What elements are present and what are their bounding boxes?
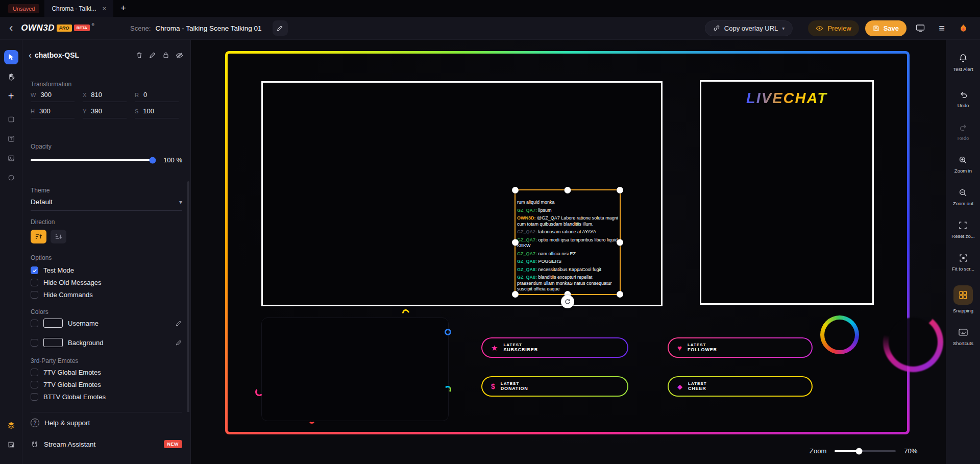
- trash-icon: [136, 52, 143, 59]
- opacity-slider[interactable]: [31, 159, 153, 161]
- latest-follower-widget[interactable]: ♥ LATESTFOLLOWER: [668, 337, 813, 358]
- theme-select[interactable]: Default ▾: [31, 198, 182, 211]
- undo-button[interactable]: Undo: [958, 89, 969, 108]
- rotate-handle[interactable]: [561, 295, 574, 308]
- notifications-button[interactable]: [955, 24, 971, 33]
- direction-bottom-button[interactable]: [51, 230, 66, 243]
- shortcuts-button[interactable]: Shortcuts: [953, 327, 973, 346]
- checkbox-checked[interactable]: [31, 266, 38, 274]
- menu-button[interactable]: ≡: [934, 22, 949, 34]
- stream-assistant-link[interactable]: Stream Assistant NEW: [31, 433, 182, 455]
- x-field[interactable]: X810: [83, 91, 127, 102]
- fit-to-screen-button[interactable]: Fit to scr...: [952, 253, 974, 272]
- preview-label: Preview: [827, 25, 851, 32]
- checkbox-unchecked[interactable]: [31, 339, 38, 347]
- checkbox-unchecked[interactable]: [31, 369, 38, 376]
- username-color-swatch[interactable]: [43, 319, 63, 328]
- snapping-button[interactable]: Snapping: [953, 285, 973, 313]
- new-badge: NEW: [164, 440, 183, 448]
- edit-background-color-button[interactable]: [176, 339, 182, 346]
- redo-button[interactable]: Redo: [958, 122, 969, 141]
- copy-overlay-url-button[interactable]: Copy overlay URL ▾: [705, 20, 793, 36]
- eye-icon: [816, 25, 823, 32]
- zoom-slider-knob[interactable]: [856, 448, 863, 454]
- text-element-button[interactable]: [4, 132, 18, 146]
- chatbox-element-selected[interactable]: rum aliquid monka GZ_QA7: lipsum OWN3D: …: [514, 189, 621, 295]
- add-element-button[interactable]: +: [4, 89, 18, 103]
- zoom-in-button[interactable]: Zoom in: [954, 155, 972, 174]
- checkbox-unchecked[interactable]: [31, 393, 38, 401]
- opacity-slider-knob[interactable]: [150, 157, 156, 163]
- screen-share-button[interactable]: [913, 23, 928, 33]
- checkbox-unchecked[interactable]: [31, 381, 38, 388]
- edit-scene-button[interactable]: [273, 20, 288, 36]
- save-button[interactable]: Save: [865, 20, 906, 36]
- record-element-button[interactable]: [4, 170, 18, 185]
- panel-back-button[interactable]: ‹: [29, 50, 32, 61]
- preview-button[interactable]: Preview: [808, 20, 859, 36]
- selection-handle-bottom-left[interactable]: [512, 291, 519, 298]
- background-color-swatch[interactable]: [43, 338, 63, 347]
- height-field[interactable]: H300: [31, 107, 75, 118]
- delete-element-button[interactable]: [136, 52, 143, 59]
- latest-donation-widget[interactable]: $ LATESTDONATION: [481, 376, 628, 397]
- element-actions: [136, 52, 183, 59]
- lock-element-button[interactable]: [162, 52, 169, 59]
- selection-handle-bottom-right[interactable]: [617, 291, 623, 298]
- edit-username-color-button[interactable]: [176, 320, 182, 327]
- test-alert-button[interactable]: Test Alert: [953, 53, 973, 72]
- image-element-button[interactable]: [4, 151, 18, 165]
- zoom-slider[interactable]: [835, 450, 896, 452]
- pencil-icon: [176, 339, 182, 346]
- sort-down-icon: [55, 233, 62, 240]
- option-hide-commands[interactable]: Hide Commands: [31, 291, 182, 299]
- emote-bttv-global[interactable]: BTTV Global Emotes: [31, 393, 182, 401]
- latest-cheer-widget[interactable]: ◆ LATESTCHEER: [668, 376, 813, 397]
- latest-subscriber-widget[interactable]: ★ LATESTSUBSCRIBER: [481, 337, 628, 358]
- reset-zoom-button[interactable]: Reset zo...: [951, 220, 974, 239]
- help-icon: ?: [31, 419, 39, 427]
- emote-7tv-global-1[interactable]: 7TV Global Emotes: [31, 369, 182, 376]
- y-field[interactable]: Y390: [83, 107, 127, 118]
- width-field[interactable]: W300: [31, 91, 75, 102]
- selection-handle-top-left[interactable]: [512, 187, 519, 193]
- selection-handle-middle-right[interactable]: [617, 239, 623, 246]
- help-support-link[interactable]: ? Help & support: [31, 412, 182, 433]
- back-button[interactable]: ‹: [9, 22, 13, 34]
- scene-tab[interactable]: Chroma - Talki... ×: [44, 0, 113, 17]
- secondary-cam-element[interactable]: [261, 318, 449, 421]
- checkbox-unchecked[interactable]: [31, 320, 38, 327]
- pencil-icon: [176, 320, 182, 327]
- close-tab-icon[interactable]: ×: [103, 5, 107, 12]
- zoom-out-button[interactable]: Zoom out: [953, 187, 973, 206]
- layers-button[interactable]: [4, 418, 18, 432]
- right-toolbar: Test Alert Undo Redo Zoom in Zoom out Re…: [946, 40, 980, 464]
- rename-element-button[interactable]: [149, 52, 156, 59]
- livechat-frame-element[interactable]: LIVECHAT: [700, 80, 874, 305]
- toggle-visibility-button[interactable]: [176, 52, 183, 59]
- chat-message: OWN3D: @GZ_QA7 Labore ratione soluta mag…: [517, 215, 618, 227]
- decor-spark: [445, 329, 451, 335]
- pan-tool-button[interactable]: [4, 69, 18, 84]
- editor-canvas[interactable]: LIVECHAT ★ LATESTSUBSCRIBER ♥ LATESTFOLL…: [191, 40, 946, 464]
- selection-handle-middle-left[interactable]: [512, 239, 519, 246]
- direction-top-button[interactable]: [31, 230, 46, 243]
- selection-handle-top-center[interactable]: [565, 187, 571, 193]
- rotation-field[interactable]: R0: [135, 91, 179, 102]
- plus-icon: +: [8, 91, 14, 101]
- save-local-button[interactable]: [4, 437, 18, 452]
- pencil-icon: [149, 52, 156, 59]
- emote-7tv-global-2[interactable]: 7TV Global Emotes: [31, 381, 182, 388]
- panel-scrollbar[interactable]: [187, 181, 189, 413]
- selection-handle-top-right[interactable]: [617, 187, 623, 193]
- option-test-mode[interactable]: Test Mode: [31, 266, 182, 274]
- option-hide-old-messages[interactable]: Hide Old Messages: [31, 279, 182, 286]
- colors-heading: Colors: [31, 308, 48, 315]
- snapping-icon: [959, 290, 968, 300]
- select-tool-button[interactable]: [4, 50, 18, 64]
- scale-field[interactable]: S100: [135, 107, 179, 118]
- checkbox-unchecked[interactable]: [31, 279, 38, 286]
- shape-element-button[interactable]: [4, 112, 18, 127]
- new-tab-button[interactable]: +: [120, 3, 126, 14]
- checkbox-unchecked[interactable]: [31, 291, 38, 299]
